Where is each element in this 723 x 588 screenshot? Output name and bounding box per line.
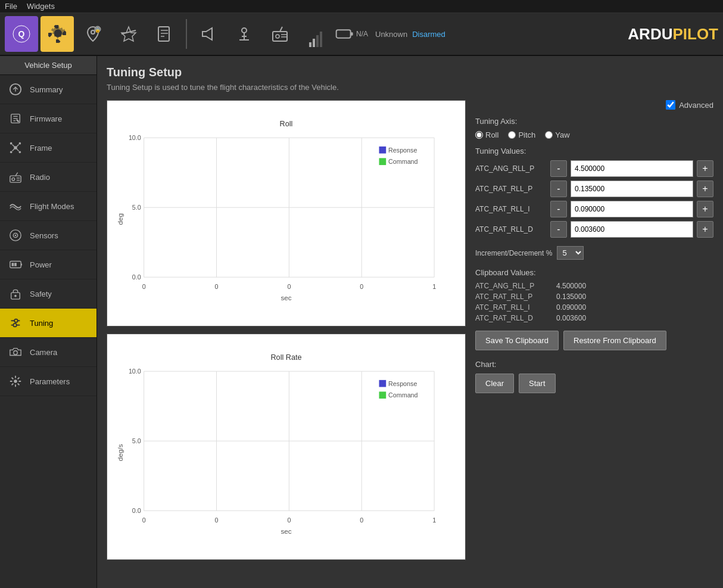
sidebar-label-power: Power <box>30 260 52 269</box>
sensors-icon <box>7 227 24 244</box>
param-plus-0[interactable]: + <box>697 160 713 177</box>
param-minus-1[interactable]: - <box>550 181 567 197</box>
sidebar-label-flight-modes: Flight Modes <box>30 202 74 211</box>
param-input-3[interactable]: 0.003600 <box>571 221 693 238</box>
start-button[interactable]: Start <box>519 374 555 393</box>
svg-point-60 <box>14 319 18 323</box>
svg-rect-54 <box>12 263 14 266</box>
clipboard-row-2: ATC_RAT_RLL_I 0.090000 <box>475 303 713 312</box>
toolbar-fly-btn[interactable] <box>112 16 145 52</box>
svg-text:0: 0 <box>142 283 146 290</box>
menu-widgets[interactable]: Widgets <box>27 2 55 11</box>
radio-roll[interactable]: Roll <box>475 130 498 139</box>
clip-param-0: ATC_ANG_RLL_P <box>475 282 547 290</box>
sidebar-label-camera: Camera <box>30 348 57 357</box>
svg-text:10.0: 10.0 <box>129 134 141 141</box>
svg-point-40 <box>19 151 21 154</box>
content-area: Tuning Setup Tuning Setup is used to tun… <box>97 56 723 588</box>
increment-row: Increment/Decrement % 1 2 5 10 25 <box>475 246 713 260</box>
sidebar-item-frame[interactable]: Frame <box>0 133 96 163</box>
sidebar-label-radio: Radio <box>30 173 50 182</box>
sidebar-label-tuning: Tuning <box>30 319 53 328</box>
svg-point-38 <box>19 142 21 145</box>
clipboard-label: Clipboard Values: <box>475 268 713 277</box>
sidebar-item-firmware[interactable]: Firmware <box>0 104 96 133</box>
sidebar-item-radio[interactable]: Radio <box>0 163 96 192</box>
radio-pitch-input[interactable] <box>508 131 516 139</box>
increment-label: Increment/Decrement % <box>475 249 552 257</box>
param-name-2: ATC_RAT_RLL_I <box>475 205 547 213</box>
param-input-1[interactable]: 0.135000 <box>571 181 693 197</box>
advanced-checkbox[interactable] <box>666 100 675 110</box>
radio-roll-input[interactable] <box>475 131 483 139</box>
param-minus-3[interactable]: - <box>550 221 567 238</box>
chart-control-label: Chart: <box>475 360 713 369</box>
param-row-3: ATC_RAT_RLL_D - 0.003600 + <box>475 221 713 238</box>
param-minus-2[interactable]: - <box>550 201 567 217</box>
sidebar-item-safety[interactable]: Safety <box>0 279 96 309</box>
roll-rate-chart-title: Roll Rate <box>270 353 301 362</box>
action-buttons: Save To Clipboard Restore From Clipboard <box>475 331 713 350</box>
sidebar-item-sensors[interactable]: Sensors <box>0 221 96 250</box>
toolbar-plan-btn[interactable]: 🔒 <box>76 16 110 52</box>
battery-status: N/A <box>356 30 368 38</box>
svg-text:Command: Command <box>388 158 417 165</box>
advanced-label[interactable]: Advanced <box>679 101 713 110</box>
arm-status: Disarmed <box>412 30 445 39</box>
toolbar-msg-btn[interactable] <box>192 16 225 52</box>
sidebar-item-tuning[interactable]: Tuning <box>0 309 96 338</box>
tuning-icon <box>7 315 24 331</box>
toolbar-analyze-btn[interactable] <box>148 16 181 52</box>
toolbar-battery-btn: N/A <box>335 16 368 52</box>
sidebar-item-summary[interactable]: Summary <box>0 75 96 104</box>
radio-yaw-input[interactable] <box>545 131 553 139</box>
svg-text:0.0: 0.0 <box>132 507 141 514</box>
save-to-clipboard-button[interactable]: Save To Clipboard <box>475 331 559 350</box>
sidebar-item-flight-modes[interactable]: Flight Modes <box>0 192 96 221</box>
menu-file[interactable]: File <box>5 2 17 11</box>
svg-rect-23 <box>273 32 287 41</box>
increment-select[interactable]: 1 2 5 10 25 <box>557 246 584 260</box>
param-plus-2[interactable]: + <box>697 201 713 217</box>
restore-from-clipboard-button[interactable]: Restore From Clipboard <box>563 331 666 350</box>
toolbar-home-btn[interactable]: Q <box>5 16 38 52</box>
toolbar-radio-btn[interactable] <box>263 16 297 52</box>
svg-text:sec: sec <box>281 294 291 301</box>
param-plus-3[interactable]: + <box>697 221 713 238</box>
clip-value-2: 0.090000 <box>556 303 586 312</box>
svg-rect-16 <box>158 27 169 41</box>
clip-value-3: 0.003600 <box>556 314 586 322</box>
svg-text:5.0: 5.0 <box>132 437 141 444</box>
toolbar-joystick-btn[interactable] <box>228 16 261 52</box>
svg-point-37 <box>10 142 13 145</box>
sidebar-item-camera[interactable]: Camera <box>0 338 96 367</box>
radio-pitch[interactable]: Pitch <box>508 130 535 139</box>
svg-line-44 <box>17 149 19 151</box>
svg-text:5.0: 5.0 <box>132 204 141 211</box>
svg-point-58 <box>14 295 17 297</box>
radio-yaw[interactable]: Yaw <box>545 130 569 139</box>
roll-rate-y-label: deg/s <box>116 444 124 461</box>
svg-text:10.0: 10.0 <box>129 368 141 375</box>
radio-icon <box>7 169 24 185</box>
tuning-values-section: Tuning Values: ATC_ANG_RLL_P - 4.500000 … <box>475 147 713 238</box>
clear-button[interactable]: Clear <box>475 374 514 393</box>
param-plus-1[interactable]: + <box>697 181 713 197</box>
frame-icon <box>7 139 24 156</box>
sidebar-item-power[interactable]: Power <box>0 250 96 279</box>
param-row-2: ATC_RAT_RLL_I - 0.090000 + <box>475 201 713 217</box>
svg-point-66 <box>14 379 17 383</box>
clip-value-1: 0.135000 <box>556 293 586 301</box>
roll-rate-chart-box: Roll Rate deg/s 10.0 <box>107 334 466 560</box>
param-name-3: ATC_RAT_RLL_D <box>475 225 547 234</box>
main-layout: Vehicle Setup Summary <box>0 56 723 588</box>
param-minus-0[interactable]: - <box>550 160 567 177</box>
svg-text:0: 0 <box>360 517 363 524</box>
safety-icon <box>7 285 24 302</box>
sidebar-header: Vehicle Setup <box>0 56 96 75</box>
param-input-2[interactable]: 0.090000 <box>571 201 693 217</box>
toolbar-setup-btn[interactable] <box>40 16 74 52</box>
svg-text:0: 0 <box>215 283 219 290</box>
param-input-0[interactable]: 4.500000 <box>571 160 693 177</box>
sidebar-item-parameters[interactable]: Parameters <box>0 367 96 396</box>
